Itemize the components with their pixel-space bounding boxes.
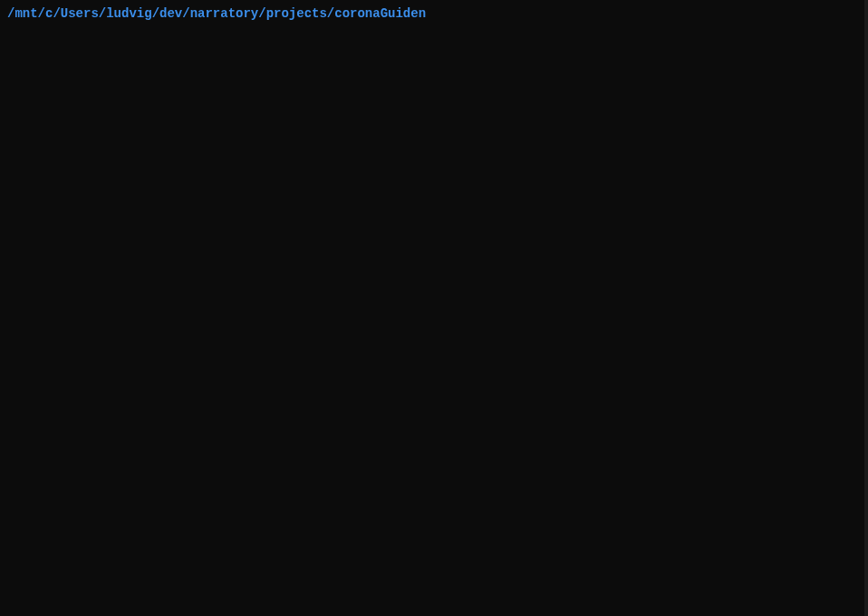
current-directory-path: /mnt/c/Users/ludvig/dev/narratory/projec… (7, 5, 861, 24)
terminal-viewport[interactable]: /mnt/c/Users/ludvig/dev/narratory/projec… (0, 0, 868, 616)
scrollbar-track[interactable] (864, 0, 868, 616)
